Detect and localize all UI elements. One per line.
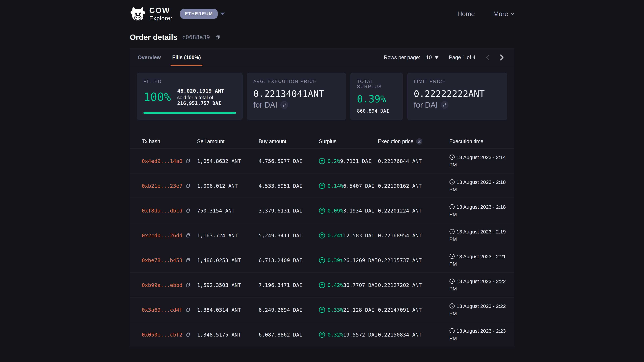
execution-time: 13 August 2023 - 2:18 PM (449, 203, 507, 218)
rows-per-page-label: Rows per page: (384, 54, 420, 60)
limit-price-unit: for DAI (414, 100, 438, 109)
cow-explorer-logo[interactable]: COW Explorer (130, 6, 172, 22)
surplus-cell: 0.14% 6.5407 DAI (319, 183, 378, 189)
copy-icon[interactable] (186, 282, 191, 288)
nav-home[interactable]: Home (457, 10, 475, 17)
total-surplus-percent: 0.39% (357, 93, 396, 105)
copy-icon[interactable] (186, 233, 191, 238)
copy-icon[interactable] (186, 258, 191, 263)
arrow-up-circle-icon (319, 232, 325, 239)
total-surplus-label: TOTAL SURPLUS (357, 79, 396, 89)
surplus-cell: 0.09% 3.1934 DAI (319, 207, 378, 214)
page-indicator: Page 1 of 4 (449, 54, 476, 60)
tab-overview[interactable]: Overview (136, 49, 162, 66)
previous-page-button[interactable] (484, 54, 492, 61)
table-row: 0xf8da...dbcd 750.3154 ANT 3,379.6131 DA… (130, 198, 514, 223)
tabs: Overview Fills (100%) (136, 49, 202, 66)
surplus-amount: 3.1934 DAI (343, 208, 374, 214)
execution-time: 13 August 2023 - 2:19 PM (449, 228, 507, 243)
execution-price: 0.22135737 ANT (378, 257, 449, 263)
surplus-percent: 0.39% (328, 257, 343, 263)
network-selector[interactable]: ETHEREUM (180, 9, 225, 19)
logo-subtitle-text: Explorer (149, 15, 172, 21)
surplus-cell: 0.32% 19.5572 DAI (319, 332, 378, 338)
filled-sold-total: sold for a total of 216,951.757 DAI (177, 95, 236, 106)
copy-icon[interactable] (215, 34, 220, 40)
execution-time: 13 August 2023 - 2:14 PM (449, 154, 507, 168)
swap-icon[interactable] (416, 138, 422, 145)
tab-fills[interactable]: Fills (100%) (170, 49, 202, 66)
tx-hash-link[interactable]: 0xb21e...23e7 (142, 183, 182, 189)
arrow-up-circle-icon (319, 257, 325, 264)
copy-icon[interactable] (186, 307, 191, 312)
tx-hash-link[interactable]: 0x4ed9...14a0 (142, 158, 182, 164)
clock-icon (449, 254, 455, 259)
arrow-up-circle-icon (319, 158, 325, 164)
avg-execution-price-unit: for DAI (254, 100, 278, 109)
execution-price: 0.22127202 ANT (378, 282, 449, 288)
execution-price: 0.22176844 ANT (378, 158, 449, 164)
buy-amount: 4,533.5951 DAI (258, 183, 319, 189)
arrow-up-circle-icon (319, 307, 325, 313)
surplus-cell: 0.33% 21.128 DAI (319, 307, 378, 313)
surplus-cell: 0.42% 30.7707 DAI (319, 282, 378, 288)
limit-price-value: 0.22222222ANT (414, 88, 500, 99)
surplus-percent: 0.2% (328, 158, 340, 164)
rows-per-page-select[interactable]: 10 (426, 54, 439, 60)
surplus-percent: 0.09% (328, 208, 343, 214)
filled-label: FILLED (144, 79, 236, 84)
swap-icon[interactable] (280, 101, 288, 109)
column-sell-amount: Sell amount (197, 138, 258, 144)
execution-price: 0.22168954 ANT (378, 232, 449, 239)
surplus-cell: 0.2% 9.7131 DAI (319, 158, 378, 164)
tx-hash-link[interactable]: 0x050e...cbf2 (142, 332, 182, 338)
clock-icon (449, 204, 455, 210)
arrow-up-circle-icon (319, 332, 325, 338)
buy-amount: 4,756.5977 DAI (258, 158, 319, 164)
execution-price: 0.22150834 ANT (378, 332, 449, 338)
surplus-amount: 26.1269 DAI (343, 257, 378, 263)
caret-down-icon (434, 56, 439, 59)
surplus-percent: 0.24% (328, 232, 343, 239)
copy-icon[interactable] (186, 332, 191, 337)
network-badge[interactable]: ETHEREUM (180, 9, 218, 19)
surplus-amount: 9.7131 DAI (340, 158, 372, 164)
clock-icon (449, 179, 455, 185)
surplus-amount: 19.5572 DAI (343, 332, 378, 338)
active-tab-underline (170, 65, 202, 66)
arrow-up-circle-icon (319, 282, 325, 288)
arrow-up-circle-icon (319, 183, 325, 189)
tx-hash-link[interactable]: 0x2cd0...26dd (142, 232, 182, 239)
pagination: Rows per page: 10 Page 1 of 4 (384, 49, 506, 66)
copy-icon[interactable] (186, 158, 191, 164)
filled-card: FILLED 100% 48,020.1919 ANT sold for a t… (137, 72, 243, 120)
execution-price: 0.22201224 ANT (378, 208, 449, 214)
sell-amount: 1,384.0314 ANT (197, 307, 258, 313)
filled-amount: 48,020.1919 ANT (177, 88, 236, 94)
execution-time: 13 August 2023 - 2:18 PM (449, 178, 507, 193)
fills-table-header: Tx hash Sell amount Buy amount Surplus E… (130, 134, 514, 149)
chevron-down-icon (510, 12, 514, 16)
buy-amount: 6,087.8862 DAI (258, 332, 319, 338)
clock-icon (449, 229, 455, 234)
copy-icon[interactable] (186, 208, 191, 213)
tx-hash-link[interactable]: 0xf8da...dbcd (142, 208, 182, 214)
column-execution-price: Execution price (378, 138, 449, 145)
nav-more[interactable]: More (493, 10, 514, 17)
next-page-button[interactable] (498, 54, 506, 61)
swap-icon[interactable] (441, 101, 448, 109)
surplus-percent: 0.33% (328, 307, 343, 313)
surplus-cell: 0.39% 26.1269 DAI (319, 257, 378, 264)
fills-table-body: 0x4ed9...14a0 1,054.8632 ANT 4,756.5977 … (130, 149, 514, 347)
total-surplus-amount: 860.894 DAI (357, 108, 396, 114)
column-tx-hash: Tx hash (142, 138, 197, 144)
execution-time: 13 August 2023 - 2:22 PM (449, 278, 507, 292)
table-row: 0x3a69...cd4f 1,384.0314 ANT 6,249.2694 … (130, 298, 514, 322)
surplus-amount: 21.128 DAI (343, 307, 374, 313)
execution-price: 0.22190162 ANT (378, 183, 449, 189)
copy-icon[interactable] (186, 183, 191, 188)
buy-amount: 5,249.3411 DAI (258, 232, 319, 239)
tx-hash-link[interactable]: 0xb99a...ebbd (142, 282, 182, 288)
tx-hash-link[interactable]: 0xbe78...b453 (142, 257, 182, 263)
tx-hash-link[interactable]: 0x3a69...cd4f (142, 307, 182, 313)
